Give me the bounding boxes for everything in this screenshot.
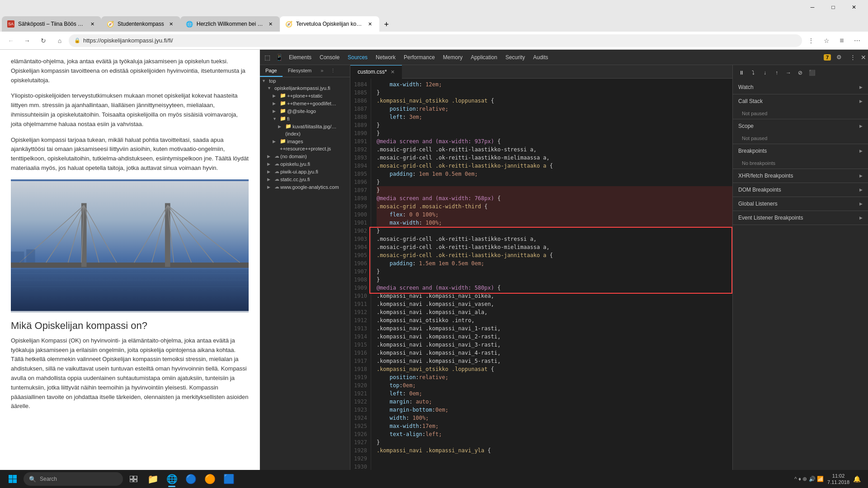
tree-label-resource: ++resource++protect.js: [280, 146, 331, 151]
tab-4-close[interactable]: ✕: [367, 20, 374, 28]
code-line-1934: .kompassi_navi .kompassi_navi_5-rasti,: [377, 357, 732, 365]
svg-rect-22: [9, 475, 13, 479]
tab-elements[interactable]: Elements: [285, 52, 315, 62]
tree-item-google[interactable]: ▶ ☁ www.google-analytics.com: [260, 183, 350, 191]
address-bar[interactable]: 🔒 https://opiskelijankompassi.jyu.fi/fi/: [69, 34, 802, 47]
sources-tab-options[interactable]: ⋮: [327, 65, 339, 77]
code-line-1885: }: [377, 89, 732, 97]
tree-item-kuvat[interactable]: ▶ 📁 kuvat/liitaslita.jpg/@@image: [260, 122, 350, 130]
tree-item-nodomain[interactable]: ▶ ☁ (no domain): [260, 152, 350, 160]
minimize-button[interactable]: ─: [802, 0, 823, 14]
code-line-1887: .kompassi_navi_otsikko .loppunasat {: [377, 97, 732, 105]
scope-content: Not paused: [733, 133, 868, 144]
editor-tab-css[interactable]: custom.css* ✕: [350, 65, 402, 79]
tree-item-opiskelu[interactable]: ▶ ☁ opiskelu.jyu.fi: [260, 160, 350, 168]
tree-item-sitelogo[interactable]: ▶ 📁 @@site-logo: [260, 107, 350, 115]
sources-tab-more[interactable]: »: [317, 65, 327, 77]
dots-icon[interactable]: ⋮: [847, 52, 858, 63]
hub-button[interactable]: ≡: [835, 33, 849, 48]
tab-3-close[interactable]: ✕: [267, 20, 274, 28]
tree-item-piwik[interactable]: ▶ ☁ piwik-ui.app.jyu.fi: [260, 168, 350, 175]
step-out-btn[interactable]: ↑: [772, 68, 782, 78]
favorites-button[interactable]: ☆: [819, 33, 834, 48]
home-button[interactable]: ⌂: [52, 33, 67, 48]
tree-item-index[interactable]: (index): [260, 130, 350, 137]
watch-header[interactable]: Watch ▶: [733, 80, 868, 94]
close-button[interactable]: ✕: [844, 0, 864, 14]
deactivate-btn[interactable]: ⊘: [795, 68, 805, 78]
edge-browser-app[interactable]: 🌐: [163, 470, 181, 488]
taskbar-time-text: 11:02: [832, 473, 845, 479]
tab-4-favicon: 🧭: [285, 20, 292, 28]
watch-arrow: ▶: [859, 85, 863, 89]
tree-label-index: (index): [285, 131, 301, 136]
back-button[interactable]: ←: [4, 33, 18, 48]
new-tab-button[interactable]: +: [379, 17, 394, 32]
tree-item-plone[interactable]: ▶ 📁 ++plone++static: [260, 92, 350, 99]
tab-3[interactable]: 🌐 Herzlich Willkommen bei Studen... ✕: [180, 16, 280, 32]
tab-audits[interactable]: Audits: [529, 52, 552, 62]
code-content[interactable]: 1884188518861887188818891890189118921893…: [350, 79, 732, 478]
pause-btn[interactable]: ⏸: [736, 68, 746, 78]
tab-sources[interactable]: Sources: [344, 52, 371, 62]
scope-header[interactable]: Scope ▶: [733, 119, 868, 133]
reload-button[interactable]: ↻: [36, 33, 51, 48]
tab-performance[interactable]: Performance: [400, 52, 439, 62]
ie-icon: 🔵: [185, 474, 197, 484]
tab-4[interactable]: 🧭 Tervetuloa Opiskelijan kompassi... ✕: [280, 16, 379, 32]
step-over-btn[interactable]: ⤵: [748, 68, 758, 78]
xhr-header[interactable]: XHR/fetch Breakpoints ▶: [733, 169, 868, 183]
taskbar-search[interactable]: 🔍 Search: [24, 472, 123, 486]
tree-item-domain[interactable]: ▼ opiskelijankompassi.jyu.fi: [260, 84, 350, 92]
tab-application[interactable]: Application: [467, 52, 501, 62]
inspect-icon[interactable]: ⬚: [262, 52, 273, 63]
active-debug-btn[interactable]: ⬛: [807, 68, 817, 78]
chrome-app[interactable]: 🟠: [201, 470, 219, 488]
code-line-1902: }: [377, 186, 732, 194]
extensions-button[interactable]: ⋮: [804, 33, 818, 48]
tab-1[interactable]: SA Sähköposti – Tiina Böös – Outlo... ✕: [2, 16, 101, 32]
main-area: elämäntaito-ohjelma, joka antaa eväitä j…: [0, 50, 868, 488]
global-header[interactable]: Global Listeners ▶: [733, 197, 868, 211]
extra-app[interactable]: 🟦: [220, 470, 238, 488]
tree-item-images[interactable]: ▶ 📁 images: [260, 137, 350, 145]
dom-section: DOM Breakpoints ▶: [733, 183, 868, 197]
tree-item-resource[interactable]: ++resource++protect.js: [260, 145, 350, 152]
file-explorer-app[interactable]: 📁: [144, 470, 162, 488]
start-button[interactable]: [4, 470, 22, 488]
step-into-btn[interactable]: ↓: [760, 68, 770, 78]
taskview-button[interactable]: [125, 470, 143, 488]
forward-button[interactable]: →: [20, 33, 34, 48]
device-icon[interactable]: 📱: [274, 52, 284, 63]
tab-1-close[interactable]: ✕: [89, 20, 96, 28]
tab-console[interactable]: Console: [316, 52, 343, 62]
maximize-button[interactable]: □: [823, 0, 844, 14]
more-button[interactable]: ⋯: [850, 33, 864, 48]
folder-fi-icon: 📁: [280, 116, 287, 122]
ie-app[interactable]: 🔵: [182, 470, 200, 488]
tab-memory[interactable]: Memory: [439, 52, 466, 62]
tree-item-fi[interactable]: ▼ 📁 fi: [260, 115, 350, 122]
warn-badge: 7: [824, 54, 831, 61]
tab-network[interactable]: Network: [372, 52, 399, 62]
settings-icon[interactable]: ⚙: [834, 52, 844, 63]
call-stack-header[interactable]: Call Stack ▶: [733, 94, 868, 108]
tab-2-close[interactable]: ✕: [168, 20, 175, 28]
tab-2[interactable]: 🧭 Studentenkompass ✕: [101, 16, 180, 32]
devtools-close[interactable]: ✕: [861, 54, 866, 61]
code-line-1937: top:0em;: [377, 381, 732, 389]
sources-filesystem-tab[interactable]: Filesystem: [283, 65, 317, 77]
dom-header[interactable]: DOM Breakpoints ▶: [733, 183, 868, 197]
breakpoints-header[interactable]: Breakpoints ▶: [733, 144, 868, 158]
line-num-1899: 1899: [354, 202, 367, 211]
notification-icon[interactable]: 🔔: [853, 475, 861, 483]
sources-page-tab[interactable]: Page: [260, 65, 283, 77]
step-btn[interactable]: →: [783, 68, 793, 78]
line-num-1895: 1895: [354, 170, 367, 178]
tree-item-theme[interactable]: ▶ 📁 ++theme++goodlifetheme-cu: [260, 99, 350, 107]
tree-item-static[interactable]: ▶ ☁ static.cc.jyu.fi: [260, 175, 350, 183]
tab-security[interactable]: Security: [502, 52, 528, 62]
tree-item-top[interactable]: ▼ top: [260, 77, 350, 84]
editor-tab-close[interactable]: ✕: [391, 69, 395, 75]
event-header[interactable]: Event Listener Breakpoints ▶: [733, 211, 868, 225]
